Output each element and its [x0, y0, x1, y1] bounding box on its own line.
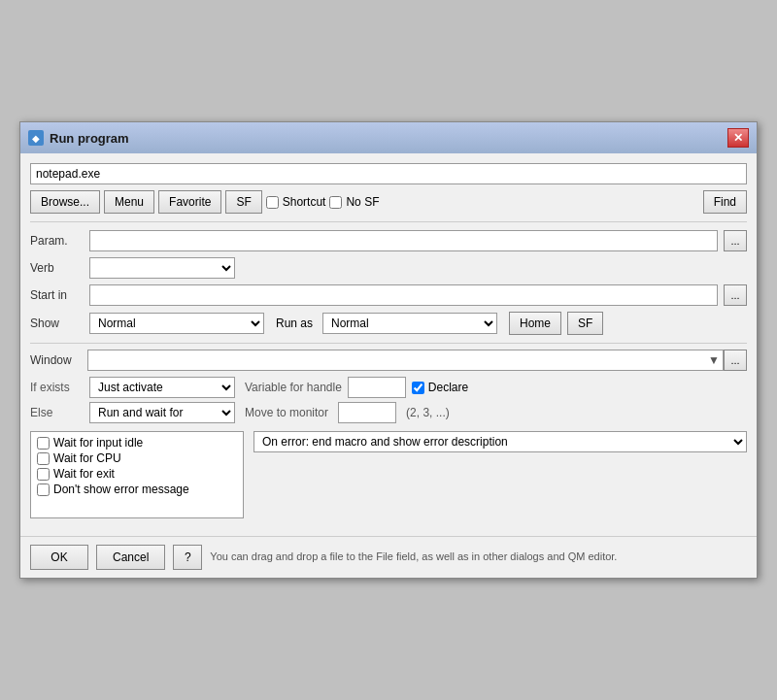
wait-idle-checkbox[interactable] — [37, 437, 50, 450]
bottom-text: You can drag and drop a file to the File… — [210, 550, 747, 564]
param-row: Param. ... — [30, 230, 747, 251]
param-input[interactable] — [89, 230, 718, 251]
file-row — [30, 163, 747, 184]
verb-row: Verb open runas print — [30, 257, 747, 279]
run-as-label: Run as — [276, 317, 313, 330]
monitor-row: Move to monitor (2, 3, ...) — [245, 402, 747, 423]
param-ellipsis-button[interactable]: ... — [724, 230, 747, 251]
dialog-body: Browse... Menu Favorite SF Shortcut No S… — [20, 153, 757, 536]
no-error-msg-checkbox[interactable] — [37, 483, 50, 496]
form-section: Param. ... Verb open runas print Start i… — [30, 221, 747, 335]
start-in-ellipsis-button[interactable]: ... — [724, 284, 747, 306]
window-ellipsis-button[interactable]: ... — [724, 350, 747, 371]
run-program-dialog: ◆ Run program ✕ Browse... Menu Favorite … — [19, 121, 758, 579]
wait-cpu-checkbox[interactable] — [37, 452, 50, 465]
var-handle-label: Variable for handle — [245, 381, 342, 394]
error-row: On error: end macro and show error descr… — [253, 431, 747, 452]
find-button[interactable]: Find — [703, 190, 747, 214]
shortcut-checkbox-group: Shortcut — [266, 195, 326, 209]
sf-button[interactable]: SF — [225, 190, 261, 214]
no-sf-checkbox[interactable] — [329, 196, 342, 209]
param-label: Param. — [30, 234, 84, 248]
no-sf-checkbox-group: No SF — [329, 195, 379, 209]
list-item: Wait for CPU — [37, 451, 237, 465]
button-row: Browse... Menu Favorite SF Shortcut No S… — [30, 190, 747, 214]
close-button[interactable]: ✕ — [727, 128, 749, 148]
file-input[interactable] — [30, 163, 747, 184]
wait-idle-label: Wait for input idle — [53, 436, 143, 450]
verb-label: Verb — [30, 261, 84, 275]
declare-label: Declare — [428, 381, 468, 394]
variable-handle-row: Variable for handle Declare — [245, 377, 747, 398]
if-exists-select[interactable]: Just activate Activate and wait Wait for — [89, 377, 235, 398]
declare-checkbox[interactable] — [412, 382, 424, 394]
if-exists-label: If exists — [30, 381, 84, 394]
show-row: Show Normal Maximized Minimized Hidden R… — [30, 312, 747, 335]
wait-cpu-label: Wait for CPU — [53, 451, 121, 465]
ok-button[interactable]: OK — [30, 545, 88, 570]
list-item: Don't show error message — [37, 483, 237, 496]
shortcut-checkbox[interactable] — [266, 196, 279, 209]
verb-select[interactable]: open runas print — [89, 257, 235, 279]
else-label: Else — [30, 406, 84, 419]
title-bar-left: ◆ Run program — [28, 130, 129, 146]
bottom-bar: OK Cancel ? You can drag and drop a file… — [20, 536, 757, 578]
shortcut-label: Shortcut — [283, 195, 326, 209]
options-list: Wait for input idle Wait for CPU Wait fo… — [30, 431, 244, 518]
monitor-hint: (2, 3, ...) — [406, 406, 450, 419]
conditions-section: If exists Just activate Activate and wai… — [30, 377, 747, 423]
options-section: Wait for input idle Wait for CPU Wait fo… — [30, 431, 747, 518]
window-row: Window ▼ ... — [30, 350, 747, 371]
on-error-select[interactable]: On error: end macro and show error descr… — [253, 431, 747, 452]
cancel-button[interactable]: Cancel — [96, 545, 165, 570]
help-button[interactable]: ? — [173, 545, 202, 570]
window-input[interactable] — [87, 350, 724, 371]
declare-checkbox-group: Declare — [412, 381, 468, 394]
else-select[interactable]: Run and wait for Run Wait — [89, 402, 235, 423]
monitor-input[interactable] — [338, 402, 396, 423]
browse-button[interactable]: Browse... — [30, 190, 100, 214]
show-select[interactable]: Normal Maximized Minimized Hidden — [89, 313, 264, 334]
run-as-select[interactable]: Normal As administrator As user — [322, 313, 497, 334]
dialog-icon: ◆ — [28, 130, 44, 146]
wait-exit-label: Wait for exit — [53, 467, 115, 481]
conditions-right: Variable for handle Declare Move to moni… — [245, 377, 747, 423]
conditions-left: If exists Just activate Activate and wai… — [30, 377, 235, 423]
show-label: Show — [30, 317, 84, 330]
list-item: Wait for exit — [37, 467, 237, 481]
title-bar: ◆ Run program ✕ — [20, 122, 757, 153]
if-exists-row: If exists Just activate Activate and wai… — [30, 377, 235, 398]
var-handle-input[interactable] — [348, 377, 406, 398]
menu-button[interactable]: Menu — [104, 190, 154, 214]
wait-exit-checkbox[interactable] — [37, 468, 50, 481]
no-sf-label: No SF — [346, 195, 379, 209]
start-in-label: Start in — [30, 288, 84, 302]
no-error-msg-label: Don't show error message — [53, 483, 189, 496]
home-button[interactable]: Home — [509, 312, 561, 335]
monitor-label: Move to monitor — [245, 406, 328, 419]
dialog-title: Run program — [50, 131, 129, 146]
start-in-row: Start in ... — [30, 284, 747, 306]
start-in-input[interactable] — [89, 284, 718, 306]
list-item: Wait for input idle — [37, 436, 237, 450]
else-row: Else Run and wait for Run Wait — [30, 402, 235, 423]
sf2-button[interactable]: SF — [567, 312, 603, 335]
favorite-button[interactable]: Favorite — [158, 190, 221, 214]
window-label: Window — [30, 353, 84, 367]
close-icon: ✕ — [733, 131, 743, 145]
